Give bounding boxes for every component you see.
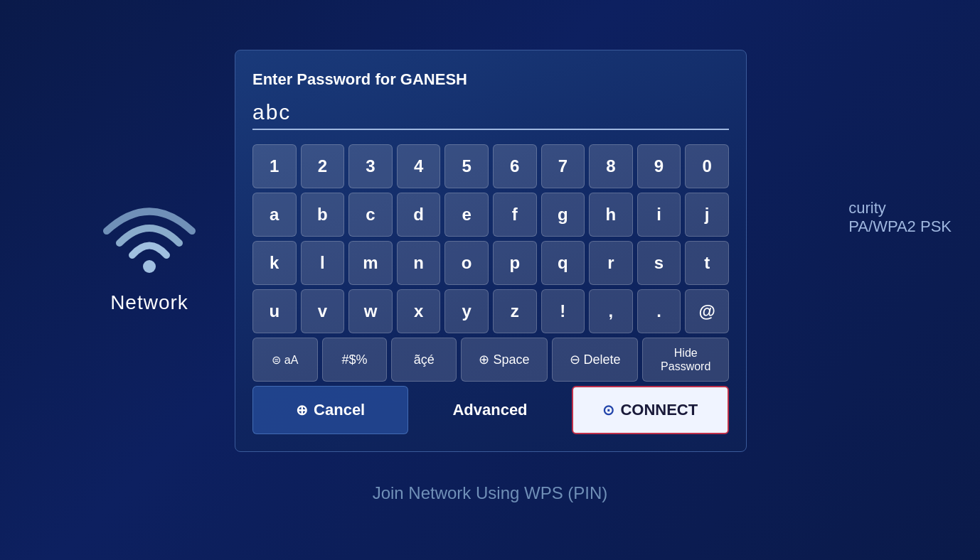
key-y[interactable]: y (444, 289, 489, 333)
svg-point-0 (143, 260, 156, 273)
dialog-title: Enter Password for GANESH (252, 70, 729, 89)
security-label: curity (848, 199, 952, 217)
right-info: curity PA/WPA2 PSK (848, 199, 952, 236)
key-3[interactable]: 3 (348, 144, 393, 188)
key-row-numbers: 1 2 3 4 5 6 7 8 9 0 (252, 144, 729, 188)
key-row-kt: k l m n o p q r s t (252, 241, 729, 285)
connect-icon: ⊙ (602, 402, 614, 419)
action-row: ⊕ Cancel Advanced ⊙ CONNECT (252, 386, 729, 434)
key-case-toggle[interactable]: ⊜ aA (252, 338, 318, 382)
key-e[interactable]: e (444, 193, 489, 237)
network-label: Network (110, 291, 188, 314)
cancel-label: Cancel (314, 401, 365, 419)
key-row-aj: a b c d e f g h i j (252, 193, 729, 237)
password-field: abc (252, 100, 729, 130)
key-m[interactable]: m (348, 241, 393, 285)
key-4[interactable]: 4 (397, 144, 441, 188)
key-n[interactable]: n (397, 241, 441, 285)
key-delete[interactable]: ⊖ Delete (552, 338, 639, 382)
key-z[interactable]: z (493, 289, 537, 333)
key-c[interactable]: c (348, 193, 393, 237)
key-1[interactable]: 1 (252, 144, 297, 188)
key-7[interactable]: 7 (541, 144, 585, 188)
key-l[interactable]: l (301, 241, 345, 285)
password-value: abc (252, 100, 729, 124)
key-8[interactable]: 8 (589, 144, 633, 188)
password-dialog: Enter Password for GANESH abc 1 2 3 4 5 … (235, 50, 747, 452)
key-symbols[interactable]: #$% (322, 338, 388, 382)
key-period[interactable]: . (637, 289, 681, 333)
key-space[interactable]: ⊕ Space (461, 338, 548, 382)
connect-button[interactable]: ⊙ CONNECT (572, 386, 729, 434)
key-d[interactable]: d (397, 193, 441, 237)
connect-label: CONNECT (620, 401, 698, 419)
advanced-button[interactable]: Advanced (412, 386, 567, 434)
key-row-special: ⊜ aA #$% ãçé ⊕ Space ⊖ Delete HidePasswo… (252, 338, 729, 382)
key-u[interactable]: u (252, 289, 297, 333)
key-h[interactable]: h (589, 193, 633, 237)
key-0[interactable]: 0 (685, 144, 729, 188)
wifi-section: Network (92, 185, 206, 314)
key-t[interactable]: t (685, 241, 729, 285)
key-v[interactable]: v (301, 289, 345, 333)
key-exclaim[interactable]: ! (541, 289, 585, 333)
key-i[interactable]: i (637, 193, 681, 237)
key-a[interactable]: a (252, 193, 297, 237)
key-at[interactable]: @ (685, 289, 729, 333)
key-k[interactable]: k (252, 241, 297, 285)
key-o[interactable]: o (444, 241, 489, 285)
key-r[interactable]: r (589, 241, 633, 285)
key-w[interactable]: w (348, 289, 393, 333)
key-p[interactable]: p (493, 241, 537, 285)
key-s[interactable]: s (637, 241, 681, 285)
keyboard: 1 2 3 4 5 6 7 8 9 0 a b c d e f g h i j … (252, 144, 729, 382)
key-hide-password[interactable]: HidePassword (642, 338, 729, 382)
key-2[interactable]: 2 (301, 144, 345, 188)
key-g[interactable]: g (541, 193, 585, 237)
key-x[interactable]: x (397, 289, 441, 333)
wifi-icon (92, 185, 206, 280)
advanced-label: Advanced (452, 401, 527, 419)
key-accents[interactable]: ãçé (391, 338, 457, 382)
cancel-button[interactable]: ⊕ Cancel (252, 386, 408, 434)
key-b[interactable]: b (301, 193, 345, 237)
cancel-icon: ⊕ (296, 402, 308, 419)
key-f[interactable]: f (493, 193, 537, 237)
security-value: PA/WPA2 PSK (848, 217, 952, 236)
key-9[interactable]: 9 (637, 144, 681, 188)
wps-pin-text[interactable]: Join Network Using WPS (PIN) (373, 483, 608, 503)
key-5[interactable]: 5 (444, 144, 489, 188)
key-comma[interactable]: , (589, 289, 633, 333)
key-j[interactable]: j (685, 193, 729, 237)
key-q[interactable]: q (541, 241, 585, 285)
key-6[interactable]: 6 (493, 144, 537, 188)
key-row-uz: u v w x y z ! , . @ (252, 289, 729, 333)
